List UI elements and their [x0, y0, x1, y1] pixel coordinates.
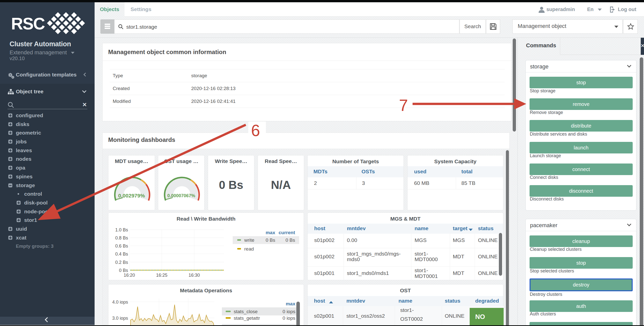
svg-text:0.8 Bs: 0.8 Bs — [115, 235, 128, 240]
svg-text:16:25: 16:25 — [156, 273, 167, 278]
svg-text:0 Bs: 0 Bs — [266, 237, 275, 243]
svg-text:3.0 iops: 3.0 iops — [112, 316, 128, 321]
svg-text:4.0 iops: 4.0 iops — [112, 300, 128, 305]
svg-text:0 iops: 0 iops — [283, 315, 295, 321]
svg-text:0 iops: 0 iops — [283, 309, 295, 314]
svg-text:0 Bs: 0 Bs — [286, 237, 295, 243]
svg-text:max: max — [286, 301, 295, 306]
svg-text:16:30: 16:30 — [188, 273, 200, 278]
svg-text:0.6 Bs: 0.6 Bs — [115, 243, 128, 249]
svg-text:0.4 Bs: 0.4 Bs — [115, 252, 128, 257]
svg-text:read: read — [244, 246, 254, 252]
svg-text:0.2 Bs: 0.2 Bs — [115, 260, 128, 265]
svg-text:max: max — [266, 230, 275, 235]
svg-text:1.0 Bs: 1.0 Bs — [115, 227, 128, 232]
svg-text:write: write — [244, 237, 254, 243]
svg-text:stats_close: stats_close — [234, 309, 258, 314]
svg-text:0 Bs: 0 Bs — [119, 268, 128, 273]
svg-text:current: current — [279, 230, 295, 235]
svg-text:stats_getattr: stats_getattr — [234, 315, 260, 321]
svg-text:16:20: 16:20 — [124, 273, 135, 278]
